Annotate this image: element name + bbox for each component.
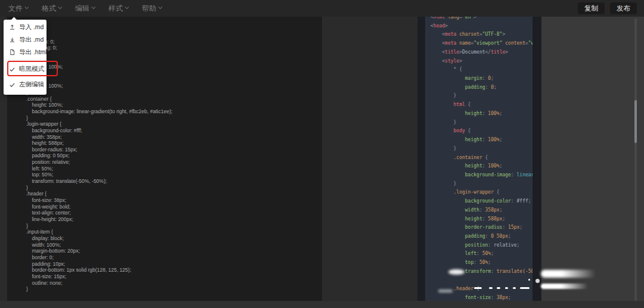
code-line: transform: translate(-50%	[431, 267, 532, 276]
menu-label: 格式	[42, 4, 56, 14]
import-icon	[9, 24, 16, 30]
menubar-actions: 复制 发布	[578, 2, 637, 14]
preview-backdrop	[541, 17, 644, 301]
menu-edit[interactable]: 编辑	[75, 4, 95, 14]
file-dropdown-menu: 导入 .md导出 .md导出 .html暗黑模式左侧编辑	[4, 20, 47, 95]
code-line: <style>	[431, 57, 532, 66]
bottom-strip	[0, 301, 644, 308]
menu-divider	[4, 60, 47, 60]
code-line: padding: 0;	[431, 83, 532, 92]
code-line: }	[431, 180, 532, 189]
chevron-down-icon	[158, 5, 162, 9]
menu-style[interactable]: 样式	[109, 4, 129, 14]
code-line: }	[431, 145, 532, 154]
menu-item-label: 导出 .md	[19, 36, 44, 44]
code-line: height: 100%;	[431, 162, 532, 171]
menu-item-label: 左侧编辑	[19, 80, 44, 89]
menu-item-导出 .md[interactable]: 导出 .md	[4, 33, 47, 46]
editor-code-text: * { margin: 0; padding: 0; } html { heig…	[26, 32, 172, 293]
code-line: * {	[431, 66, 532, 74]
code-line: background-image: linear-	[431, 171, 532, 180]
code-line: html {	[431, 101, 532, 110]
chevron-down-icon	[125, 5, 129, 9]
chevron-down-icon	[24, 5, 29, 9]
code-line: .container {	[431, 154, 532, 163]
markdown-editor[interactable]: * { margin: 0; padding: 0; } html { heig…	[7, 17, 322, 301]
code-line: height: 588px;	[431, 215, 532, 224]
menu-item-label: 导出 .html	[19, 48, 47, 57]
code-line: }	[431, 92, 532, 101]
code-line: <head>	[431, 22, 532, 31]
menu-item-暗黑模式[interactable]: 暗黑模式	[4, 61, 47, 77]
page-scrollbar-thumb[interactable]	[634, 100, 637, 143]
menubar: 文件格式编辑样式帮助 复制 发布	[0, 0, 644, 17]
check-icon	[9, 66, 16, 73]
menu-item-label: 导入 .md	[19, 23, 44, 32]
menu-label: 文件	[8, 4, 23, 14]
menu-item-导入 .md[interactable]: 导入 .md	[4, 21, 47, 33]
page-scrollbar-track[interactable]	[634, 18, 637, 301]
code-line: background-color: #fff;	[431, 197, 532, 206]
preview-frame: <html lang="en"><head> <meta charset="UT…	[417, 17, 541, 301]
code-line: height: 100%;	[431, 110, 532, 119]
code-line: left: 50%;	[431, 250, 532, 259]
code-line: <html lang="en">	[431, 17, 532, 22]
chevron-down-icon	[58, 5, 62, 9]
menu-format[interactable]: 格式	[42, 4, 62, 14]
menu-label: 帮助	[142, 4, 156, 14]
code-line: }	[431, 119, 532, 127]
menu-label: 编辑	[75, 4, 89, 14]
preview-code-text: <html lang="en"><head> <meta charset="UT…	[431, 17, 532, 301]
publish-button[interactable]: 发布	[610, 2, 637, 14]
code-line: font-size: 38px;	[431, 294, 532, 301]
code-line: margin: 0;	[431, 74, 532, 83]
code-line: .login-wrapper {	[431, 188, 532, 197]
menu-item-左侧编辑[interactable]: 左侧编辑	[4, 77, 47, 92]
chevron-down-icon	[91, 5, 95, 9]
menu-item-label: 暗黑模式	[19, 65, 44, 73]
menu-item-导出 .html[interactable]: 导出 .html	[4, 46, 47, 58]
code-line: body {	[431, 127, 532, 136]
preview-scrollbar-thumb[interactable]	[535, 279, 540, 283]
code-line: <meta name="viewport" content="wi	[431, 39, 532, 48]
preview-code-block[interactable]: <html lang="en"><head> <meta charset="UT…	[425, 17, 532, 301]
code-line	[431, 276, 532, 285]
menu-help[interactable]: 帮助	[142, 4, 162, 14]
copy-button[interactable]: 复制	[578, 2, 605, 14]
check-icon	[9, 82, 16, 88]
code-line: padding: 0 50px;	[431, 232, 532, 241]
code-line: .header {	[431, 285, 532, 294]
code-line: <title>Document</title>	[431, 48, 532, 57]
code-line: top: 50%;	[431, 259, 532, 267]
code-line: width: 358px;	[431, 206, 532, 215]
menu-file[interactable]: 文件	[8, 4, 29, 14]
dropdown-items: 导入 .md导出 .md导出 .html暗黑模式左侧编辑	[4, 21, 47, 92]
html-file-icon	[9, 49, 16, 55]
code-line: height: 100%;	[431, 136, 532, 145]
export-icon	[9, 36, 16, 43]
menu-items: 文件格式编辑样式帮助	[8, 4, 162, 14]
code-line: position: relative;	[431, 241, 532, 250]
code-line: border-radius: 15px;	[431, 223, 532, 232]
code-line: <meta charset="UTF-8">	[431, 30, 532, 39]
menu-label: 样式	[109, 4, 123, 14]
